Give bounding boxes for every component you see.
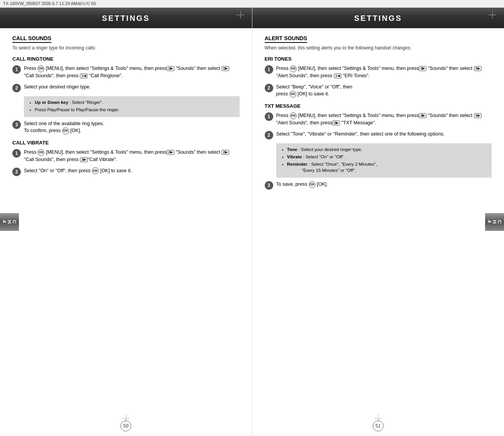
2m-txt-1: 2▶ [419, 113, 426, 118]
ok-txt-3: OK [309, 181, 316, 188]
eri-tones-title: ERI TONES [265, 56, 492, 62]
txt-step1-text: Press OK [MENU], then select "Settings &… [276, 112, 492, 127]
2m-button-icon: 2▶ [167, 66, 174, 71]
info-tone: Tone : Select your desired ringer type. [287, 146, 487, 153]
3m-txt-1: 3▶ [474, 113, 482, 118]
right-page-number: 51 [373, 421, 384, 431]
call-vibrate-step2-text: Select "On" or "Off", then press OK [OK]… [24, 167, 240, 175]
1c-button-icon: 1◀ [80, 73, 88, 78]
call-vibrate-step1-text: Press OK [MENU], then select "Settings &… [24, 149, 240, 163]
info-vibrate: Vibrate : Select "On" or "Off". [287, 154, 487, 160]
step-number-2: 2 [12, 84, 21, 92]
step-eri-2: 2 [265, 84, 273, 92]
2m-eri-1: 2▶ [419, 66, 426, 71]
ok-button-icon: OK [37, 65, 44, 72]
step-number-3: 3 [12, 120, 21, 129]
left-content: CALL SOUNDS To select a ringer type for … [0, 35, 252, 421]
ok-eri-1: OK [290, 65, 297, 72]
txt-info-box: Tone : Select your desired ringer type. … [276, 143, 492, 178]
left-page-number: 50 [120, 421, 131, 431]
eri-step2: 2 Select "Beep", "Voice" or "Off", thenp… [265, 83, 492, 98]
txt-step2: 2 Select "Tone", "Vibrate" or "Reminder"… [265, 131, 492, 139]
left-settings-header: SETTINGS [0, 8, 252, 28]
txt-step2-text: Select "Tone", "Vibrate" or "Reminder", … [276, 131, 492, 138]
ringtone-info-box: Up or Down key : Select "Ringer". Press … [24, 96, 240, 117]
file-bar: TX-180VW_050607 2005.6.7 11:29 AM페이지 50 [0, 0, 504, 8]
alert-sounds-title: ALERT SOUNDS [265, 35, 307, 43]
call-vibrate-step1: 1 Press OK [MENU], then select "Settings… [12, 149, 240, 163]
txt-message-title: TXT MESSAGE [265, 103, 492, 109]
call-sounds-desc: To select a ringer type for incoming cal… [12, 45, 240, 51]
1c-eri-1: 1◀ [334, 73, 342, 78]
txt-step1: 1 Press OK [MENU], then select "Settings… [265, 112, 492, 127]
eri-step1-text: Press OK [MENU], then select "Settings &… [276, 65, 492, 80]
call-vibrate-step2: 2 Select "On" or "Off", then press OK [O… [12, 167, 240, 176]
3m-eri-1: 3▶ [474, 66, 482, 71]
step-txt-2: 2 [265, 131, 273, 139]
call-vibrate-title: CALL VIBRATE [12, 140, 240, 146]
step-txt-3: 3 [265, 181, 273, 190]
alert-sounds-desc: When selected, this setting alerts you t… [265, 45, 492, 51]
call-sounds-title: CALL SOUNDS [12, 35, 51, 43]
ok-icon-v2: OK [92, 167, 99, 174]
step-eri-1: 1 [265, 65, 273, 74]
call-ringtone-step2-text: Select your desired ringer type. [24, 83, 240, 91]
2m-txt-2: 2▶ [332, 120, 340, 126]
2m-icon-v3: 2▶ [80, 157, 88, 162]
step-number-v2: 2 [12, 168, 21, 176]
right-page: SETTINGS ALERT SOUNDS When selected, thi… [252, 8, 504, 436]
step-number-1: 1 [12, 65, 21, 74]
ok-icon-3: OK [62, 127, 69, 134]
right-content: ALERT SOUNDS When selected, this setting… [252, 35, 504, 421]
ok-eri-2: OK [289, 91, 296, 98]
call-ringtone-step1-text: Press OK [MENU], then select "Settings &… [24, 65, 240, 80]
step-txt-1: 1 [265, 112, 273, 121]
call-vibrate-section: CALL VIBRATE 1 Press OK [MENU], then sel… [12, 140, 240, 176]
call-sounds-section: CALL SOUNDS To select a ringer type for … [12, 35, 240, 51]
info-item-updown: Up or Down key : Select "Ringer". [35, 99, 235, 105]
alert-sounds-section: ALERT SOUNDS When selected, this setting… [265, 35, 492, 51]
call-ringtone-title: CALL RINGTONE [12, 56, 240, 62]
ok-icon-v1: OK [37, 149, 44, 156]
2m-button-icon2: 2▶ [222, 66, 229, 71]
call-ringtone-step1: 1 Press OK [MENU], then select "Settings… [12, 65, 240, 80]
info-item-playpause: Press Play/Pause to Play/Pause the ringe… [35, 107, 235, 113]
call-ringtone-step3: 3 Select one of the available ring types… [12, 120, 240, 135]
txt-message-section: TXT MESSAGE 1 Press OK [MENU], then sele… [265, 103, 492, 190]
call-ringtone-step2: 2 Select your desired ringer type. [12, 83, 240, 92]
eri-step2-text: Select "Beep", "Voice" or "Off", thenpre… [276, 83, 492, 98]
call-ringtone-section: CALL RINGTONE 1 Press OK [MENU], then se… [12, 56, 240, 134]
2m-icon-v1: 2▶ [167, 150, 174, 155]
txt-step3: 3 To save, press OK [OK]. [265, 181, 492, 190]
right-settings-header: SETTINGS [252, 8, 504, 28]
step-number-v1: 1 [12, 149, 21, 158]
ok-txt-1: OK [290, 112, 297, 119]
eri-step1: 1 Press OK [MENU], then select "Settings… [265, 65, 492, 80]
call-ringtone-step3-text: Select one of the available ring types.T… [24, 120, 240, 135]
right-ch4-tab: CH4 [485, 213, 504, 231]
left-page: SETTINGS CALL SOUNDS To select a ringer … [0, 8, 252, 436]
2m-icon-v2: 2▶ [222, 150, 229, 155]
txt-step3-text: To save, press OK [OK]. [276, 181, 492, 188]
eri-tones-section: ERI TONES 1 Press OK [MENU], then select… [265, 56, 492, 98]
info-reminder: Reminder : Select "Once", "Every 2 Minut… [287, 161, 487, 173]
left-ch4-tab: CH4 [0, 213, 19, 231]
